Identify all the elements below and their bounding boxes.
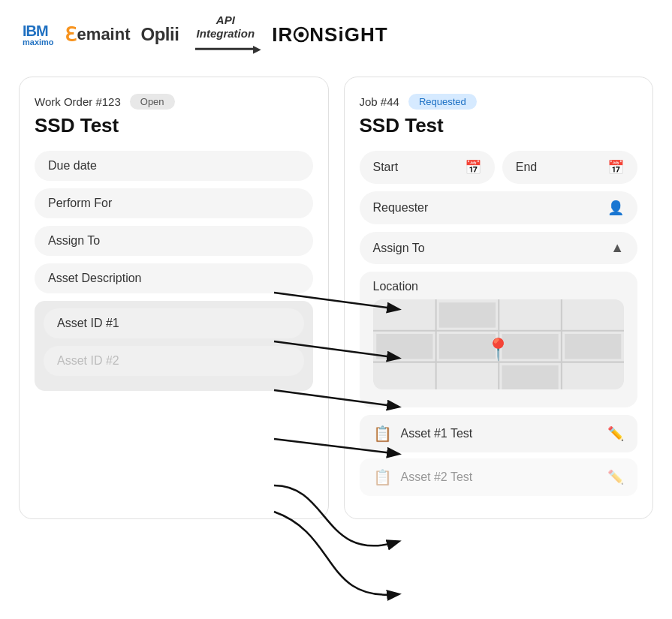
maximo-text: maximo xyxy=(23,38,54,47)
asset-1-left: 📋 Asset #1 Test xyxy=(373,425,473,443)
arrow-line xyxy=(195,42,255,56)
left-card-title: SSD Test xyxy=(35,114,313,137)
emaint-logo: Ɛ emaint xyxy=(65,23,131,47)
right-card-title: SSD Test xyxy=(360,114,638,137)
requester-field[interactable]: Requester 👤 xyxy=(360,191,638,224)
asset-ids-container: Asset ID #1 Asset ID #2 xyxy=(35,301,313,391)
right-job-number: Job #44 xyxy=(360,95,399,108)
navigate-icon: ▲ xyxy=(610,240,624,256)
svg-rect-12 xyxy=(565,334,621,359)
location-label: Location xyxy=(373,280,625,293)
svg-rect-9 xyxy=(438,302,495,327)
asset-2-icon: 📋 xyxy=(373,468,392,486)
svg-point-1 xyxy=(299,32,304,38)
person-icon: 👤 xyxy=(607,200,624,216)
asset-2-row[interactable]: 📋 Asset #2 Test ✏️ xyxy=(360,458,638,496)
asset-id-2-field[interactable]: Asset ID #2 xyxy=(44,346,304,376)
asset-1-icon: 📋 xyxy=(373,425,392,443)
emaint-text: emaint xyxy=(77,25,131,44)
right-status-badge: Requested xyxy=(408,94,477,110)
ironsight-text2: NSiGHT xyxy=(309,23,387,47)
right-card: Job #44 Requested SSD Test Start 📅 End 📅… xyxy=(344,77,654,519)
asset-2-name: Asset #2 Test xyxy=(401,470,473,484)
assign-to-label: Assign To xyxy=(373,242,425,255)
asset-description-field[interactable]: Asset Description xyxy=(35,263,313,293)
assign-to-field-right[interactable]: Assign To ▲ xyxy=(360,232,638,264)
due-date-field[interactable]: Due date xyxy=(35,151,313,181)
main-content: Work Order #123 Open SSD Test Due date P… xyxy=(0,69,672,527)
svg-rect-11 xyxy=(502,365,558,389)
asset-1-edit-icon[interactable]: ✏️ xyxy=(607,425,624,442)
start-field[interactable]: Start 📅 xyxy=(360,151,495,184)
location-field[interactable]: Location 📍 xyxy=(360,272,638,407)
svg-rect-10 xyxy=(376,334,432,359)
header: IBM maximo Ɛ emaint Oplii API Integratio… xyxy=(0,0,672,69)
asset-1-row[interactable]: 📋 Asset #1 Test ✏️ xyxy=(360,415,638,452)
asset-2-left: 📋 Asset #2 Test xyxy=(373,468,473,486)
left-work-order-number: Work Order #123 xyxy=(35,95,121,108)
asset-id-1-field[interactable]: Asset ID #1 xyxy=(44,308,304,338)
assign-to-field-left[interactable]: Assign To xyxy=(35,226,313,256)
calendar-start-icon: 📅 xyxy=(465,159,481,176)
ibm-logo: IBM maximo xyxy=(23,23,54,47)
end-label: End xyxy=(516,161,537,174)
left-card-header: Work Order #123 Open xyxy=(35,94,313,110)
asset-2-edit-icon[interactable]: ✏️ xyxy=(607,469,624,485)
left-card: Work Order #123 Open SSD Test Due date P… xyxy=(19,77,329,519)
ironsight-o-icon xyxy=(293,26,309,43)
requester-label: Requester xyxy=(373,201,429,215)
asset-1-name: Asset #1 Test xyxy=(401,427,473,440)
map-pin-icon: 📍 xyxy=(485,337,511,362)
end-field[interactable]: End 📅 xyxy=(502,151,637,184)
emaint-e-icon: Ɛ xyxy=(65,23,77,47)
left-status-badge: Open xyxy=(130,94,175,110)
map-view: 📍 xyxy=(373,299,625,389)
right-card-header: Job #44 Requested xyxy=(360,94,638,110)
api-integration-arrow: API Integration xyxy=(189,14,261,56)
start-end-group: Start 📅 End 📅 xyxy=(360,151,638,184)
oplii-logo: Oplii xyxy=(141,24,179,45)
api-label: API Integration xyxy=(197,14,255,41)
start-label: Start xyxy=(373,161,399,174)
perform-for-field[interactable]: Perform For xyxy=(35,188,313,218)
ironsight-logo: IR NSiGHT xyxy=(272,23,387,47)
ibm-text: IBM xyxy=(23,23,48,39)
calendar-end-icon: 📅 xyxy=(607,159,624,176)
ironsight-text: IR xyxy=(272,23,293,47)
